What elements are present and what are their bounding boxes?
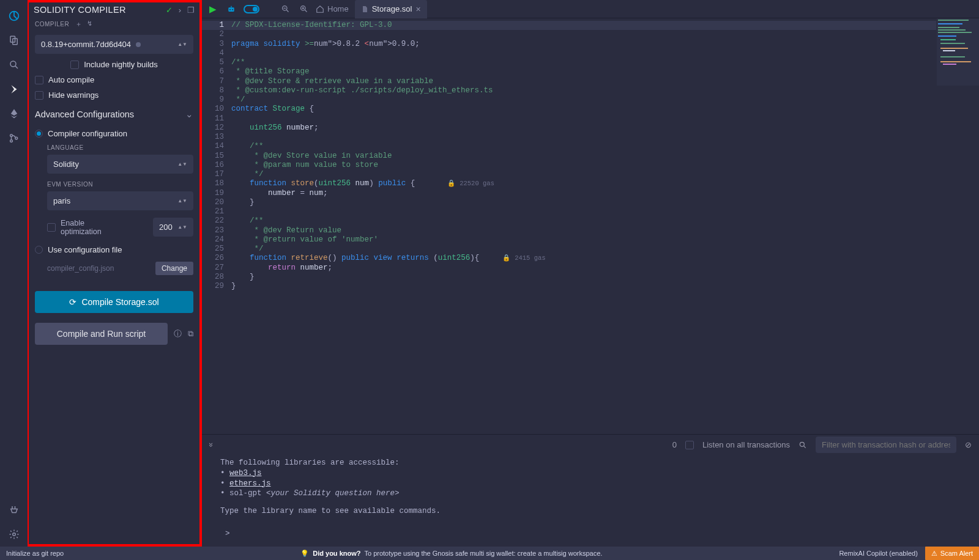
code-line[interactable]: * @return value of 'number': [231, 235, 974, 245]
terminal-prompt[interactable]: >: [220, 529, 961, 539]
nightly-checkbox[interactable]: [70, 61, 79, 69]
code-line[interactable]: }: [231, 282, 974, 291]
scam-alert[interactable]: ⚠ Scam Alert: [925, 547, 979, 560]
code-line[interactable]: /**: [231, 216, 974, 226]
language-label: LANGUAGE: [47, 144, 193, 151]
close-icon[interactable]: ×: [415, 4, 420, 14]
line-number: 28: [202, 273, 231, 282]
optimization-checkbox[interactable]: [47, 223, 56, 232]
code-line[interactable]: [231, 133, 974, 142]
code-line[interactable]: pragma solidity >=num">0.8.2 <num">0.9.0…: [231, 40, 974, 49]
code-line[interactable]: /**: [231, 142, 974, 151]
tab-label: Storage.sol: [372, 4, 412, 13]
code-line[interactable]: // SPDX-License-Identifier: GPL-3.0: [231, 21, 974, 30]
search-icon[interactable]: [2, 53, 26, 77]
svg-point-4: [10, 134, 12, 137]
advanced-toggle[interactable]: Advanced Configurations ⌄: [35, 106, 193, 123]
terminal-collapse-icon[interactable]: »: [207, 443, 216, 447]
copy-icon[interactable]: ⧉: [188, 329, 193, 339]
svg-rect-20: [940, 43, 965, 44]
code-line[interactable]: * @title Storage: [231, 67, 974, 76]
warning-icon: ⚠: [931, 550, 937, 558]
deploy-icon[interactable]: [2, 101, 26, 126]
git-init[interactable]: Initialize as git repo: [6, 550, 64, 557]
zoom-in-icon[interactable]: [297, 3, 310, 15]
code-line[interactable]: */: [231, 95, 974, 105]
code-line[interactable]: }: [231, 198, 974, 207]
code-line[interactable]: /**: [231, 58, 974, 67]
file-tab[interactable]: Storage.sol ×: [355, 0, 427, 18]
code-line[interactable]: */: [231, 170, 974, 179]
settings-icon[interactable]: [2, 522, 26, 547]
code-line[interactable]: function store(uint256 num) public { 🔒 2…: [231, 179, 974, 188]
use-config-radio[interactable]: [35, 246, 43, 254]
top-toolbar: ▶ Home Storage.sol ×: [202, 0, 979, 18]
change-button[interactable]: Change: [155, 262, 193, 275]
compiler-label: COMPILER: [35, 21, 69, 28]
popout-icon[interactable]: ❐: [187, 6, 195, 15]
code-line[interactable]: number = num;: [231, 189, 974, 198]
language-selected: Solidity: [53, 160, 79, 169]
code-line[interactable]: contract Storage {: [231, 105, 974, 114]
solidity-compiler-icon[interactable]: [2, 77, 26, 101]
line-number: 2: [202, 30, 231, 39]
minimap[interactable]: [936, 18, 979, 86]
svg-rect-19: [940, 39, 956, 40]
line-number: 15: [202, 152, 231, 161]
chevron-updown-icon: ▲▼: [177, 198, 187, 204]
zoom-out-icon[interactable]: [279, 3, 291, 15]
code-line[interactable]: function retrieve() public view returns …: [231, 254, 974, 263]
toggle-switch[interactable]: [244, 5, 259, 13]
plugin-icon[interactable]: [2, 498, 26, 522]
code-line[interactable]: * @dev Store value in variable: [231, 152, 974, 161]
code-line[interactable]: * @dev Return value: [231, 226, 974, 235]
code-line[interactable]: * @param num value to store: [231, 161, 974, 170]
plus-icon[interactable]: ＋: [75, 20, 82, 29]
code-line[interactable]: */: [231, 245, 974, 254]
listen-checkbox[interactable]: [685, 441, 694, 449]
code-line[interactable]: }: [231, 273, 974, 282]
link-icon[interactable]: ↯: [87, 20, 92, 29]
home-tab[interactable]: Home: [316, 4, 349, 13]
code-line[interactable]: return number;: [231, 263, 974, 273]
terminal: » 0 Listen on all transactions ⊘ The fol…: [202, 434, 979, 547]
file-explorer-icon[interactable]: [2, 28, 26, 53]
line-number: 6: [202, 67, 231, 76]
compiler-config-radio[interactable]: [35, 130, 43, 138]
code-line[interactable]: [231, 114, 974, 123]
remix-logo-icon[interactable]: [2, 4, 26, 28]
code-line[interactable]: * @dev Store & retrieve value in a varia…: [231, 77, 974, 86]
chevron-right-icon[interactable]: ›: [179, 6, 181, 15]
language-select[interactable]: Solidity ▲▼: [47, 155, 193, 174]
code-line[interactable]: [231, 30, 974, 39]
code-line[interactable]: uint256 number;: [231, 123, 974, 133]
svg-point-10: [232, 9, 233, 10]
hidewarnings-checkbox[interactable]: [35, 91, 43, 100]
compile-button[interactable]: ⟳ Compile Storage.sol: [35, 291, 193, 313]
code-line[interactable]: [231, 49, 974, 58]
robot-icon[interactable]: [225, 3, 237, 15]
evm-select[interactable]: paris ▲▼: [47, 191, 193, 210]
line-number: 26: [202, 254, 231, 263]
filter-input[interactable]: [816, 437, 956, 453]
line-number: 3: [202, 40, 231, 49]
git-icon[interactable]: [2, 126, 26, 150]
info-icon[interactable]: ⓘ: [174, 328, 182, 339]
ban-icon[interactable]: ⊘: [965, 440, 972, 449]
optimization-label: Enable optimization: [61, 219, 116, 236]
copilot-status[interactable]: RemixAI Copilot (enabled): [839, 550, 917, 557]
code-editor[interactable]: 1234567891011121314151617181920212223242…: [202, 18, 979, 434]
search-icon[interactable]: [798, 441, 807, 449]
runs-input[interactable]: 200 ▲▼: [153, 218, 193, 237]
line-number: 1: [202, 21, 231, 30]
code-line[interactable]: * @custom:dev-run-script ./scripts/deplo…: [231, 86, 974, 95]
svg-rect-18: [938, 35, 956, 37]
play-icon[interactable]: ▶: [207, 3, 219, 15]
line-number: 5: [202, 58, 231, 67]
svg-point-26: [800, 442, 804, 446]
compile-run-button[interactable]: Compile and Run script: [35, 323, 168, 345]
check-icon[interactable]: ✓: [166, 6, 173, 15]
autocompile-checkbox[interactable]: [35, 76, 43, 84]
compiler-select[interactable]: 0.8.19+commit.7dd6d404 ▲▼: [35, 35, 193, 54]
code-line[interactable]: [231, 207, 974, 216]
